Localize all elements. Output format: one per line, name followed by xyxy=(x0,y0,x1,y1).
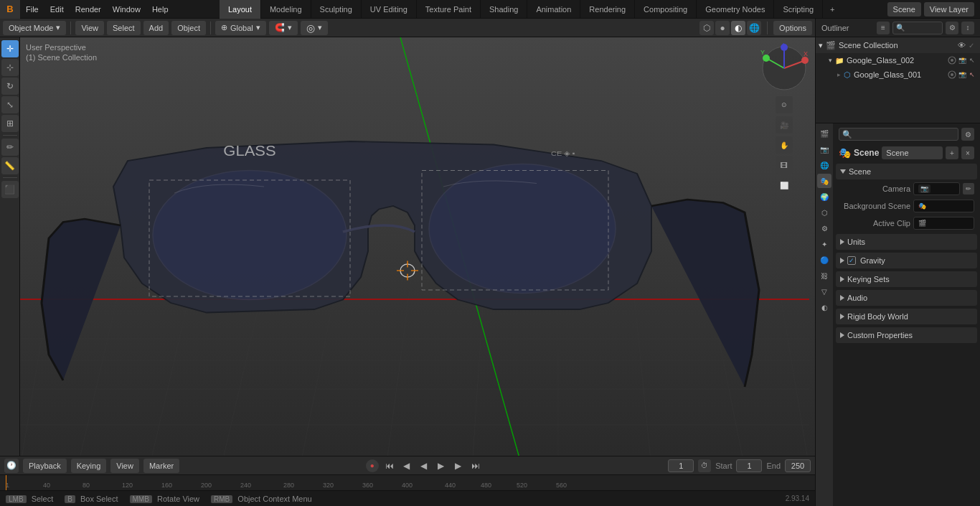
step-back-btn[interactable]: ◀ xyxy=(400,459,413,472)
scene-collection-exclude[interactable]: ✓ xyxy=(966,42,977,50)
frame-options-btn[interactable]: ⏱ xyxy=(698,459,711,472)
camera-view-btn[interactable]: 🎥 xyxy=(776,116,793,133)
prop-tab-render[interactable]: 🎬 xyxy=(817,126,831,141)
menu-help[interactable]: Help xyxy=(146,0,174,19)
gravity-checkbox[interactable]: ✓ xyxy=(847,256,856,265)
solid-shading-btn[interactable]: ● xyxy=(715,21,730,35)
scale-tool-btn[interactable]: ⤡ xyxy=(1,96,19,113)
tab-modeling[interactable]: Modeling xyxy=(261,0,311,19)
rendered-shading-btn[interactable]: 🌐 xyxy=(747,21,761,35)
tab-animation[interactable]: Animation xyxy=(527,0,580,19)
material-shading-btn[interactable]: ◐ xyxy=(731,21,745,35)
prop-tab-modifiers[interactable]: ⚙ xyxy=(817,221,831,235)
timeline-view-btn[interactable]: View xyxy=(110,459,139,473)
current-frame-input[interactable]: 1 xyxy=(668,459,694,472)
tab-uv-editing[interactable]: UV Editing xyxy=(362,0,417,19)
prop-tab-world[interactable]: 🌍 xyxy=(817,189,831,204)
prop-tab-output[interactable]: 📷 xyxy=(817,142,831,156)
prop-tab-physics[interactable]: 🔵 xyxy=(817,253,831,267)
tab-layout[interactable]: Layout xyxy=(220,0,261,19)
cursor-tool-btn[interactable]: ✛ xyxy=(1,40,19,57)
keying-sets-section-toggle[interactable]: Keying Sets xyxy=(836,271,977,287)
scene-new-btn[interactable]: + xyxy=(946,146,958,159)
record-btn[interactable]: ● xyxy=(366,459,379,472)
units-section-toggle[interactable]: Units xyxy=(836,234,977,250)
custom-props-section-toggle[interactable]: Custom Properties xyxy=(836,327,977,343)
glass-001-visibility-icon[interactable] xyxy=(947,70,957,79)
annotate-tool-btn[interactable]: ✏ xyxy=(1,139,19,156)
properties-filter-btn[interactable]: ⚙ xyxy=(961,128,974,141)
playback-menu-btn[interactable]: Playback xyxy=(23,459,67,473)
scene-collection-row[interactable]: ▾ 🎬 Scene Collection 👁 ✓ xyxy=(816,37,980,53)
camera-follow-btn[interactable]: 🎞 xyxy=(776,156,793,174)
proportional-edit-btn[interactable]: ◎ ▾ xyxy=(301,21,328,35)
prop-tab-data[interactable]: ▽ xyxy=(817,284,831,299)
prop-tab-constraints[interactable]: ⛓ xyxy=(817,268,831,283)
step-forward-btn[interactable]: ▶ xyxy=(452,459,465,472)
active-clip-field[interactable]: 🎬 xyxy=(913,217,974,230)
outliner-google-glass-001[interactable]: ▸ ⬡ Google_Glass_001 📸 ↖ xyxy=(816,67,980,82)
start-frame-input[interactable]: 1 xyxy=(736,459,762,472)
add-cube-btn[interactable]: ⬛ xyxy=(1,181,19,198)
transform-orientation-btn[interactable]: ⊕ Global ▾ xyxy=(215,21,266,35)
select-menu-btn[interactable]: Select xyxy=(107,21,141,35)
glass-002-render-icon[interactable]: 📸 xyxy=(957,57,967,64)
prop-tab-view-layer[interactable]: 🌐 xyxy=(817,158,831,172)
move-tool-btn[interactable]: ⊹ xyxy=(1,59,19,76)
glass-002-select-icon[interactable]: ↖ xyxy=(967,57,977,64)
play-btn[interactable]: ▶ xyxy=(435,459,448,472)
glass-002-visibility-icon[interactable] xyxy=(947,56,957,65)
view-layer-selector[interactable]: View Layer xyxy=(924,2,974,17)
object-menu-btn[interactable]: Object xyxy=(171,21,206,35)
add-workspace-button[interactable]: + xyxy=(823,0,842,19)
rigid-body-section-toggle[interactable]: Rigid Body World xyxy=(836,309,977,324)
pan-btn[interactable]: ✋ xyxy=(776,136,793,154)
jump-end-btn[interactable]: ⏭ xyxy=(469,459,482,472)
outliner-filter-btn[interactable]: ≡ xyxy=(877,22,890,34)
scene-unlink-btn[interactable]: × xyxy=(961,146,974,159)
tab-shading[interactable]: Shading xyxy=(481,0,527,19)
menu-window[interactable]: Window xyxy=(107,0,146,19)
tab-texture-paint[interactable]: Texture Paint xyxy=(417,0,481,19)
camera-field[interactable]: 📷 xyxy=(913,182,960,195)
snap-btn[interactable]: 🧲 ▾ xyxy=(269,21,298,35)
tab-scripting[interactable]: Scripting xyxy=(774,0,823,19)
prop-tab-object[interactable]: ⬡ xyxy=(817,205,831,220)
wireframe-shading-btn[interactable]: ⬡ xyxy=(699,21,714,35)
viewport-3d[interactable]: GLASS CE ◈ ▪ xyxy=(20,37,815,456)
prop-tab-particles[interactable]: ✦ xyxy=(817,237,831,251)
menu-file[interactable]: File xyxy=(20,0,44,19)
jump-start-btn[interactable]: ⏮ xyxy=(383,459,396,472)
outliner-sort-btn[interactable]: ↕ xyxy=(961,22,974,34)
playhead[interactable] xyxy=(6,475,6,490)
audio-section-toggle[interactable]: Audio xyxy=(836,290,977,306)
glass-001-render-icon[interactable]: 📸 xyxy=(957,71,967,78)
view-menu-btn[interactable]: View xyxy=(75,21,104,35)
timeline-mode-btn[interactable]: 🕐 xyxy=(4,459,19,473)
add-menu-btn[interactable]: Add xyxy=(143,21,169,35)
render-region-btn[interactable]: ⬜ xyxy=(776,177,793,194)
measure-tool-btn[interactable]: 📏 xyxy=(1,157,19,174)
keying-menu-btn[interactable]: Keying xyxy=(71,459,107,473)
perspective-toggle-btn[interactable]: ⊙ xyxy=(776,96,793,113)
tab-sculpting[interactable]: Sculpting xyxy=(311,0,362,19)
scene-section-toggle[interactable]: Scene xyxy=(836,164,977,179)
tab-rendering[interactable]: Rendering xyxy=(580,0,635,19)
outliner-google-glass-002[interactable]: ▾ 📁 Google_Glass_002 📸 ↖ xyxy=(816,53,980,67)
end-frame-input[interactable]: 250 xyxy=(785,459,811,472)
options-btn[interactable]: Options xyxy=(773,21,812,35)
object-mode-btn[interactable]: Object Mode ▾ xyxy=(3,21,66,35)
background-scene-field[interactable]: 🎭 xyxy=(913,200,974,212)
prop-tab-material[interactable]: ◐ xyxy=(817,300,831,314)
menu-render[interactable]: Render xyxy=(70,0,107,19)
scene-collection-visibility[interactable]: 👁 xyxy=(958,41,966,50)
tab-geometry-nodes[interactable]: Geometry Nodes xyxy=(697,0,774,19)
outliner-options-btn[interactable]: ⚙ xyxy=(946,22,958,34)
orbit-gizmo[interactable]: X Y Z xyxy=(759,43,809,93)
glass-001-select-icon[interactable]: ↖ xyxy=(967,71,977,78)
tab-compositing[interactable]: Compositing xyxy=(635,0,697,19)
gravity-section-toggle[interactable]: ✓ Gravity xyxy=(836,253,977,268)
transform-tool-btn[interactable]: ⊞ xyxy=(1,115,19,132)
properties-search-input[interactable]: 🔍 xyxy=(839,128,958,141)
rotate-tool-btn[interactable]: ↻ xyxy=(1,78,19,95)
